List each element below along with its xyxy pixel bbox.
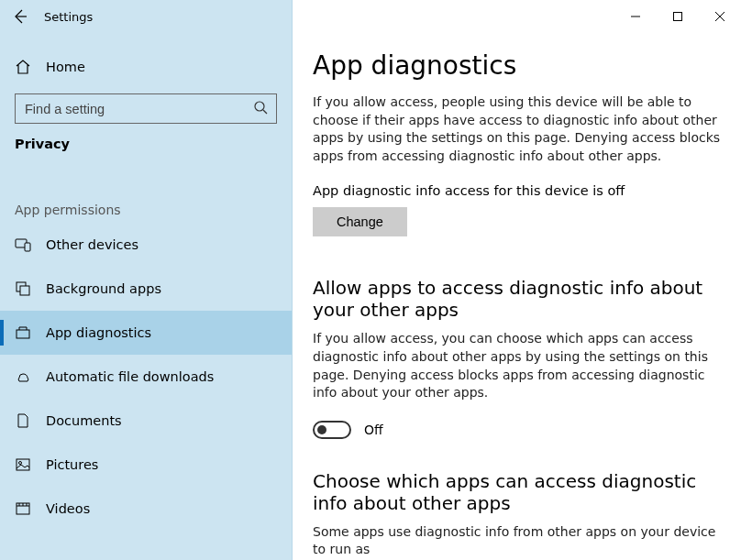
documents-icon (15, 412, 31, 429)
settings-window: Settings Home Privacy App permissions Ot… (0, 0, 741, 560)
home-icon (15, 59, 31, 75)
sidebar-item-app-diagnostics[interactable]: App diagnostics (0, 311, 292, 355)
toggle-state-label: Off (364, 423, 383, 437)
background-apps-icon (15, 280, 31, 297)
section2-text: If you allow access, you can choose whic… (313, 330, 721, 401)
nav-list: Other devicesBackground appsApp diagnost… (0, 223, 292, 531)
maximize-button[interactable] (657, 0, 699, 33)
sidebar-item-documents[interactable]: Documents (0, 399, 292, 443)
intro-text: If you allow access, people using this d… (313, 93, 721, 165)
section-label: App permissions (0, 157, 292, 223)
other-devices-icon (15, 236, 31, 253)
sidebar-item-label: Documents (46, 413, 122, 428)
svg-rect-4 (25, 243, 30, 251)
category-label: Privacy (0, 124, 292, 157)
search-icon (253, 100, 268, 118)
sidebar-item-other-devices[interactable]: Other devices (0, 223, 292, 267)
search-input[interactable] (15, 93, 277, 124)
page-title: App diagnostics (313, 50, 721, 81)
sidebar: Settings Home Privacy App permissions Ot… (0, 0, 293, 560)
status-line: App diagnostic info access for this devi… (313, 183, 721, 198)
content: App diagnostics If you allow access, peo… (293, 0, 741, 560)
automatic-file-downloads-icon (15, 368, 31, 385)
svg-rect-16 (674, 13, 682, 21)
svg-point-1 (255, 102, 264, 111)
titlebar-left: Settings (0, 0, 292, 33)
sidebar-item-label: Other devices (46, 237, 138, 252)
minimize-button[interactable] (614, 0, 657, 33)
pictures-icon (15, 456, 31, 473)
sidebar-item-background-apps[interactable]: Background apps (0, 267, 292, 311)
close-button[interactable] (699, 0, 741, 33)
sidebar-item-label: App diagnostics (46, 325, 151, 340)
svg-line-2 (263, 110, 267, 114)
svg-rect-6 (20, 286, 29, 295)
sidebar-item-label: Automatic file downloads (46, 369, 214, 384)
sidebar-item-label: Background apps (46, 281, 161, 296)
app-diagnostics-icon (15, 324, 31, 341)
window-title: Settings (44, 10, 93, 24)
allow-toggle[interactable] (313, 421, 351, 439)
home-label: Home (46, 60, 85, 74)
back-button[interactable] (13, 9, 28, 24)
caption-buttons (614, 0, 741, 33)
svg-rect-8 (17, 459, 29, 470)
search-wrap (15, 93, 277, 124)
section3-text: Some apps use diagnostic info from other… (313, 523, 721, 559)
svg-point-9 (19, 462, 22, 465)
sidebar-item-pictures[interactable]: Pictures (0, 443, 292, 487)
section3-heading: Choose which apps can access diagnostic … (313, 470, 721, 514)
sidebar-item-automatic-file-downloads[interactable]: Automatic file downloads (0, 355, 292, 399)
section2-heading: Allow apps to access diagnostic info abo… (313, 277, 721, 321)
svg-rect-7 (17, 330, 29, 338)
sidebar-item-label: Videos (46, 501, 90, 516)
home-nav[interactable]: Home (0, 49, 292, 84)
videos-icon (15, 500, 31, 517)
sidebar-item-videos[interactable]: Videos (0, 487, 292, 531)
toggle-row: Off (313, 421, 721, 439)
change-button[interactable]: Change (313, 207, 407, 236)
sidebar-item-label: Pictures (46, 457, 98, 472)
